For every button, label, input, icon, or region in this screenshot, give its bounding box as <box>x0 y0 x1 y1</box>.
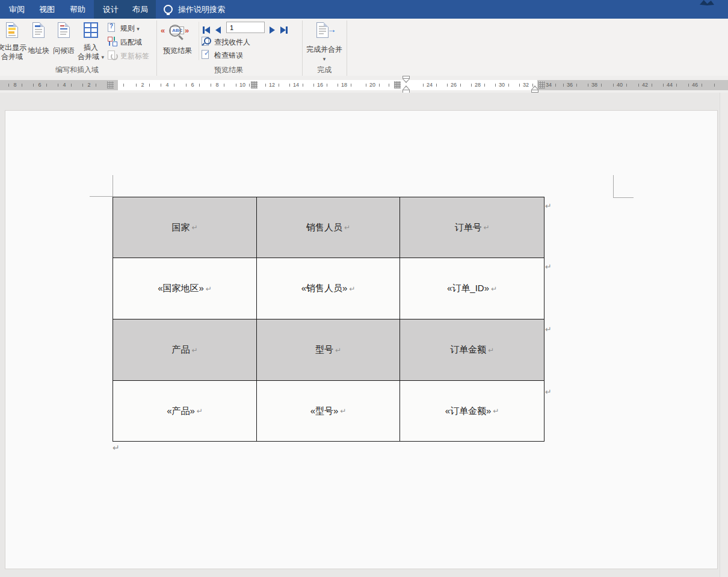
merge-field-cell[interactable]: «产品»↵ <box>113 381 257 441</box>
paragraph-mark: ↵ <box>191 223 197 232</box>
ruler-tick <box>460 84 461 87</box>
ruler-right-margin <box>537 80 728 90</box>
header-cell[interactable]: 型号↵ <box>257 319 400 381</box>
merge-field-cell[interactable]: «型号»↵ <box>257 381 400 441</box>
ruler-row: 8642246810121416182024262830323436384042… <box>0 76 728 93</box>
header-cell[interactable]: 产品↵ <box>113 319 257 381</box>
ruler-tick <box>33 84 34 87</box>
ruler-tick <box>327 84 327 87</box>
preview-results-button[interactable]: « ABC » 预览结果 <box>160 20 195 75</box>
finish-merge-icon: → <box>316 22 329 38</box>
ruler-number: 12 <box>269 82 275 88</box>
ruler-tick <box>484 84 485 87</box>
ruler-tick <box>161 84 161 87</box>
paragraph-mark: ↵ <box>335 346 341 354</box>
insert-merge-field-icon <box>84 22 98 38</box>
ruler-number: 36 <box>567 82 573 88</box>
tell-me-search[interactable]: 操作说明搜索 <box>178 0 225 19</box>
merge-field-cell[interactable]: «国家地区»↵ <box>113 258 257 319</box>
cell-text: 产品 <box>171 344 190 356</box>
paragraph-mark: ↵ <box>491 285 497 293</box>
paragraph-mark: ↵ <box>206 285 212 293</box>
ruler-number: 24 <box>427 82 433 88</box>
ruler-tick <box>626 84 627 87</box>
cell-text: 销售人员 <box>306 222 342 233</box>
ruler-number: 40 <box>617 82 623 88</box>
ruler-tick <box>471 84 472 87</box>
ruler-tick <box>423 84 424 87</box>
check-errors-icon: ✓ <box>201 49 211 60</box>
cell-text: «产品» <box>167 406 195 417</box>
word-window: 审阅视图帮助设计布局 操作说明搜索 突出显示 合并域 <box>0 0 728 577</box>
ruler-number: 28 <box>475 82 481 88</box>
paragraph-mark: ↵ <box>344 223 350 232</box>
highlight-merge-fields-icon <box>6 22 18 38</box>
group-label-finish: 完成 <box>317 65 332 75</box>
ruler-number: 6 <box>191 82 194 88</box>
ruler-tick <box>8 84 9 87</box>
table-row: «国家地区»↵«销售人员»↵«订单_ID»↵ <box>113 258 544 319</box>
ruler-tick <box>555 84 556 87</box>
mailings-ribbon: 突出显示 合并域 地址块 <box>0 19 728 76</box>
tab-审阅[interactable]: 审阅 <box>4 0 30 19</box>
ruler-tick <box>82 84 83 87</box>
group-label-write-insert: 编写和插入域 <box>55 65 99 75</box>
highlight-merge-fields-button[interactable]: 突出显示 合并域 <box>0 20 26 75</box>
ruler-left-margin <box>0 80 118 90</box>
header-cell[interactable]: 订单金额↵ <box>400 319 544 381</box>
first-record-button[interactable] <box>203 24 210 34</box>
preview-results-icon: « ABC » <box>161 25 194 43</box>
tab-布局[interactable]: 布局 <box>127 0 153 19</box>
table-row: 产品↵型号↵订单金额↵ <box>113 319 544 381</box>
table-column-marker[interactable] <box>251 81 258 88</box>
tab-帮助[interactable]: 帮助 <box>64 0 91 19</box>
ruler-number: 2 <box>87 82 90 88</box>
merge-fields-table[interactable]: 国家↵销售人员↵订单号↵«国家地区»↵«销售人员»↵«订单_ID»↵产品↵型号↵… <box>113 197 544 442</box>
address-block-button[interactable]: 地址块 <box>26 20 51 75</box>
margin-crop-mark <box>613 175 614 197</box>
header-cell[interactable]: 国家↵ <box>113 197 257 258</box>
ruler-number: 14 <box>293 82 299 88</box>
merge-field-cell[interactable]: «订单金额»↵ <box>400 381 544 441</box>
cell-text: «订单_ID» <box>447 283 489 294</box>
ruler-number: 8 <box>215 82 218 88</box>
ruler-tick <box>601 84 602 87</box>
ruler-tick <box>22 84 22 87</box>
cell-text: 国家 <box>171 222 190 233</box>
ruler-tick <box>149 84 150 87</box>
ruler-tick <box>366 84 366 87</box>
next-record-button[interactable] <box>270 24 275 34</box>
ruler-tick <box>71 84 72 87</box>
ruler-tick <box>313 84 314 87</box>
paragraph-mark: ↵ <box>340 407 346 415</box>
merge-field-cell[interactable]: «销售人员»↵ <box>257 258 400 319</box>
ruler-tick <box>676 84 677 87</box>
table-column-marker[interactable] <box>107 81 114 88</box>
row-end-mark: ↵ <box>545 262 552 271</box>
ruler-tick <box>303 84 303 87</box>
ruler-number: 18 <box>341 82 347 88</box>
update-labels-icon <box>107 50 117 60</box>
cell-text: «销售人员» <box>301 283 348 294</box>
ruler-number: 42 <box>642 82 648 88</box>
cell-text: «型号» <box>310 406 339 417</box>
vertical-scrollbar-track[interactable] <box>720 93 728 577</box>
paragraph-mark: ↵ <box>488 346 494 354</box>
document-page[interactable]: 国家↵销售人员↵订单号↵«国家地区»↵«销售人员»↵«订单_ID»↵产品↵型号↵… <box>5 110 718 569</box>
ruler-number: 10 <box>239 82 245 88</box>
ruler-tick <box>663 84 664 87</box>
ruler-tick <box>289 84 290 87</box>
tab-设计[interactable]: 设计 <box>97 0 124 19</box>
finish-merge-label: 完成并合并 ▾ <box>306 45 343 64</box>
merge-field-cell[interactable]: «订单_ID»↵ <box>400 258 544 319</box>
ruler-tick <box>688 84 689 87</box>
last-record-button[interactable] <box>280 24 288 34</box>
title-bar: 审阅视图帮助设计布局 操作说明搜索 <box>0 0 728 19</box>
tab-视图[interactable]: 视图 <box>34 0 60 19</box>
header-cell[interactable]: 订单号↵ <box>400 197 544 258</box>
table-column-marker[interactable] <box>394 81 401 88</box>
record-number-input[interactable] <box>226 22 265 33</box>
previous-record-button[interactable] <box>215 24 221 34</box>
header-cell[interactable]: 销售人员↵ <box>257 197 400 258</box>
document-area[interactable]: 国家↵销售人员↵订单号↵«国家地区»↵«销售人员»↵«订单_ID»↵产品↵型号↵… <box>0 93 728 577</box>
